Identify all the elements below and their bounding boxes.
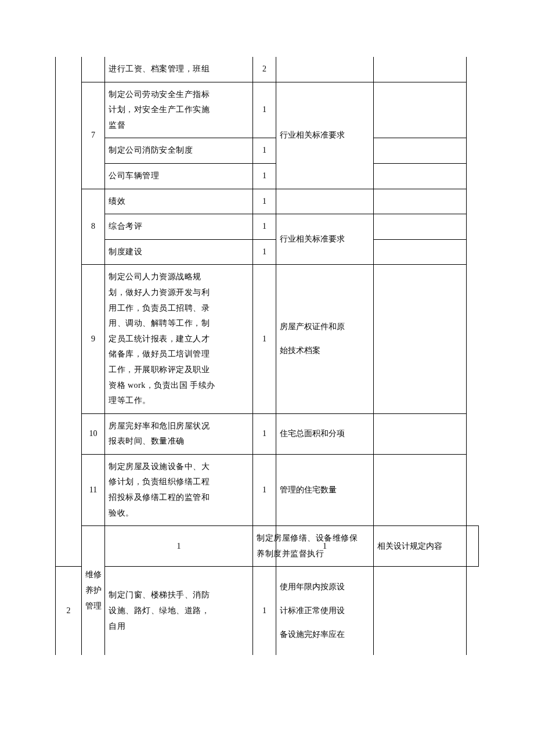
table-row: 9 制定公司人力资源战略规 划，做好人力资源开发与利 用工作，负责员工招聘、录 … — [56, 265, 479, 413]
desc-line: 制定房屋及设施设备中、大 — [109, 459, 250, 475]
cat-col: x — [56, 57, 82, 567]
note-cell: 住宅总面积和分项 — [276, 413, 374, 454]
desc-cell: 公司车辆管理 — [105, 163, 253, 189]
idx-col: 10 — [82, 413, 105, 454]
desc-cell: 制定房屋及设施设备中、大 修计划，负责组织修缮工程 招投标及修缮工程的监管和 验… — [105, 454, 253, 525]
desc-line: 进行工资、档案管理，班组 — [109, 62, 250, 77]
table-row: 维修 养护 管理 1 制定房屋修缮、设备维修保 养制度并监督执行 1 相关设计规… — [56, 526, 479, 567]
num-cell: 1 — [253, 567, 276, 655]
table-row: 11 制定房屋及设施设备中、大 修计划，负责组织修缮工程 招投标及修缮工程的监管… — [56, 454, 479, 525]
desc-line: 自用 — [109, 619, 250, 635]
idx-col: 8 — [82, 189, 105, 265]
idx-col — [82, 57, 105, 82]
empty-cell — [374, 265, 467, 413]
num-cell: 1 — [253, 239, 276, 265]
note-cell: 管理的住宅数量 — [276, 454, 374, 525]
desc-line: 监督 — [109, 118, 250, 134]
note-cell: 行业相关标准要求 — [276, 214, 374, 265]
empty-cell — [374, 567, 467, 655]
note-line: 房屋产权证件和原 — [280, 319, 371, 335]
main-table: x 进行工资、档案管理，班组 2 7 制定公司劳动安全生产指标 计划，对安全生产… — [55, 57, 479, 655]
desc-line: 资格 work，负责出国 手续办 — [109, 378, 250, 394]
desc-line: 工作，开展职称评定及职业 — [109, 362, 250, 378]
table-row: 综合考评 1 行业相关标准要求 — [56, 214, 479, 240]
desc-cell: 房屋完好率和危旧房屋状况 报表时间、数量准确 — [105, 413, 253, 454]
idx-col: 1 — [105, 526, 253, 567]
desc-cell: 制定房屋修缮、设备维修保 养制度并监督执行 — [253, 526, 276, 567]
empty-cell — [374, 57, 467, 82]
empty-cell — [374, 82, 467, 138]
desc-line: 计划，对安全生产工作实施 — [109, 102, 250, 118]
table-row: 7 制定公司劳动安全生产指标 计划，对安全生产工作实施 监督 1 行业相关标准要… — [56, 82, 479, 138]
table-row: 制定公司消防安全制度 1 — [56, 138, 479, 164]
idx-col: 9 — [82, 265, 105, 413]
num-cell: 1 — [253, 413, 276, 454]
desc-line: 制定公司劳动安全生产指标 — [109, 87, 250, 103]
num-cell: 1 — [253, 138, 276, 164]
num-cell: 1 — [253, 454, 276, 525]
cat-line: 管理 — [84, 599, 102, 614]
empty-cell — [467, 526, 479, 567]
desc-line: 划，做好人力资源开发与利 — [109, 285, 250, 301]
empty-cell — [374, 413, 467, 454]
desc-cell: 进行工资、档案管理，班组 — [105, 57, 253, 82]
empty-cell — [374, 454, 467, 525]
desc-line: 用工作，负责员工招聘、录 — [109, 301, 250, 316]
desc-line: 修计划，负责组织修缮工程 — [109, 474, 250, 490]
desc-cell: 制定公司人力资源战略规 划，做好人力资源开发与利 用工作，负责员工招聘、录 用、… — [105, 265, 253, 413]
empty-cell — [374, 239, 467, 265]
desc-cell: 绩效 — [105, 189, 253, 214]
empty-cell — [374, 189, 467, 214]
note-cell — [276, 57, 374, 82]
table-row: 2 制定门窗、楼梯扶手、消防 设施、路灯、绿地、道路， 自用 1 使用年限内按原… — [56, 567, 479, 655]
num-cell: 1 — [253, 265, 276, 413]
idx-col: 11 — [82, 454, 105, 525]
num-cell: 1 — [253, 214, 276, 240]
table-row: 公司车辆管理 1 — [56, 163, 479, 189]
desc-line: 制定公司人力资源战略规 — [109, 269, 250, 285]
num-cell: 1 — [253, 189, 276, 214]
note-cell: 行业相关标准要求 — [276, 82, 374, 189]
table-row: 8 绩效 1 — [56, 189, 479, 214]
idx-col: 7 — [82, 82, 105, 189]
desc-cell: 制定公司劳动安全生产指标 计划，对安全生产工作实施 监督 — [105, 82, 253, 138]
desc-line: 制定门窗、楼梯扶手、消防 — [109, 588, 250, 603]
desc-line: 制度建设 — [109, 244, 250, 260]
desc-line: 储备库，做好员工培训管理 — [109, 347, 250, 362]
num-cell: 2 — [253, 57, 276, 82]
note-line: 计标准正常使用设 — [280, 603, 371, 619]
note-cell: 房屋产权证件和原 始技术档案 — [276, 265, 374, 413]
note-cell — [276, 189, 374, 214]
desc-line: 房屋完好率和危旧房屋状况 — [109, 419, 250, 434]
cat-line: 维修 — [84, 567, 102, 583]
empty-cell — [374, 138, 467, 164]
note-line: 备设施完好率应在 — [280, 627, 371, 643]
desc-cell: 制度建设 — [105, 239, 253, 265]
empty-cell — [374, 163, 467, 189]
desc-line: 公司车辆管理 — [109, 168, 250, 184]
desc-line: 招投标及修缮工程的监管和 — [109, 490, 250, 506]
desc-line: 综合考评 — [109, 219, 250, 235]
desc-line: 制定公司消防安全制度 — [109, 143, 250, 159]
table-row: 10 房屋完好率和危旧房屋状况 报表时间、数量准确 1 住宅总面积和分项 — [56, 413, 479, 454]
num-cell: 1 — [276, 526, 374, 567]
desc-line: 设施、路灯、绿地、道路， — [109, 603, 250, 619]
note-cell: 相关设计规定内容 — [374, 526, 467, 567]
desc-line: 绩效 — [109, 194, 250, 210]
note-line: 始技术档案 — [280, 343, 371, 359]
desc-line: 养制度并监督执行 — [257, 546, 273, 562]
table-row: 制度建设 1 — [56, 239, 479, 265]
num-cell: 1 — [253, 163, 276, 189]
note-line: 使用年限内按原设 — [280, 579, 371, 595]
cat-col: 维修 养护 管理 — [82, 526, 105, 655]
table-row: x 进行工资、档案管理，班组 2 — [56, 57, 479, 82]
num-cell: 1 — [253, 82, 276, 138]
desc-line: 用、调动、解聘等工作，制 — [109, 316, 250, 332]
cat-line: 养护 — [84, 583, 102, 599]
desc-line: 验收。 — [109, 506, 250, 521]
desc-cell: 制定门窗、楼梯扶手、消防 设施、路灯、绿地、道路， 自用 — [105, 567, 253, 655]
empty-cell — [374, 214, 467, 240]
desc-line: 定员工统计报表，建立人才 — [109, 332, 250, 347]
desc-line: 理等工作。 — [109, 393, 250, 409]
note-cell: 使用年限内按原设 计标准正常使用设 备设施完好率应在 — [276, 567, 374, 655]
